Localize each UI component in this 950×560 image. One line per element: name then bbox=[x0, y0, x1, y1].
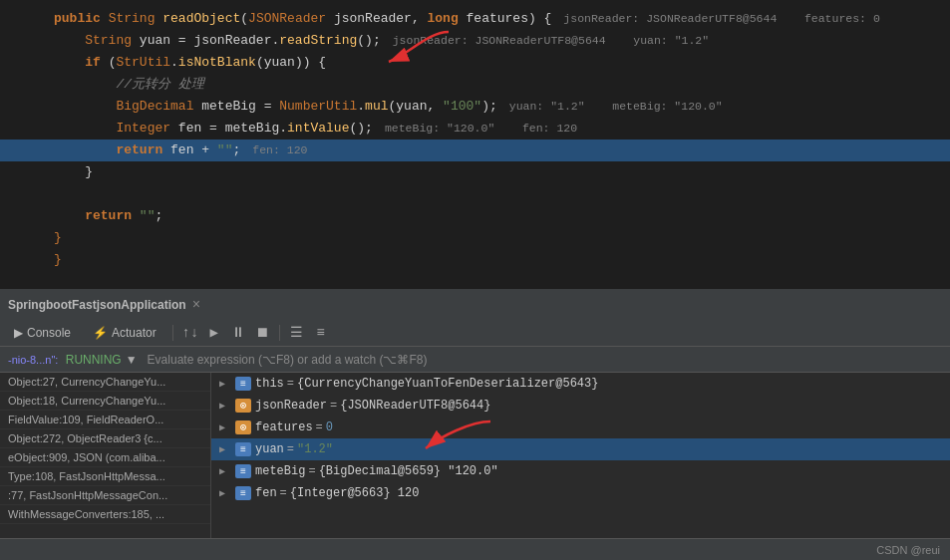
code-line-2: String yuan = jsonReader.readString(); j… bbox=[0, 30, 950, 52]
variables-panel: Object:27, CurrencyChangeYu... Object:18… bbox=[0, 373, 950, 538]
stop-button[interactable]: ⏹ bbox=[251, 322, 273, 344]
panel-toolbar: ▶ Console ⚡ Actuator ↑↓ ▶ ⏸ ⏹ ☰ ≡ bbox=[0, 319, 950, 347]
tab-console[interactable]: ▶ Console bbox=[4, 324, 81, 342]
stack-frames-panel: Object:27, CurrencyChangeYu... Object:18… bbox=[0, 373, 211, 538]
variables-values-panel: ▶ ≡ this = {CurrencyChangeYuanToFenDeser… bbox=[211, 373, 950, 538]
running-status: RUNNING bbox=[62, 353, 121, 367]
status-bar: CSDN @reui bbox=[0, 538, 950, 560]
thread-name: -nio-8...n": bbox=[8, 354, 58, 366]
restart-button[interactable]: ↑↓ bbox=[179, 322, 201, 344]
panel-title-bar: SpringbootFastjsonApplication × bbox=[0, 291, 950, 319]
stack-frame-6[interactable]: :77, FastJsonHttpMessageCon... bbox=[0, 486, 210, 505]
code-editor: public String readObject(JSONReader json… bbox=[0, 0, 950, 289]
watermark-text: CSDN @reui bbox=[876, 544, 940, 556]
eval-expression[interactable]: Evaluate expression (⌥F8) or add a watch… bbox=[148, 353, 942, 367]
code-line-10: return ""; bbox=[0, 205, 950, 227]
code-line-7: return fen + ""; fen: 120 bbox=[0, 140, 950, 161]
var-row-features[interactable]: ▶ ⊙ features = 0 bbox=[211, 417, 950, 438]
view-button[interactable]: ☰ bbox=[286, 322, 308, 344]
debugger-thread-row: -nio-8...n": RUNNING ▼ Evaluate expressi… bbox=[0, 347, 950, 373]
stack-frame-4[interactable]: eObject:909, JSON (com.aliba... bbox=[0, 448, 210, 467]
panel-title: SpringbootFastjsonApplication bbox=[8, 298, 186, 312]
stack-frame-3[interactable]: Object:272, ObjectReader3 {c... bbox=[0, 429, 210, 448]
console-icon: ▶ bbox=[14, 326, 23, 340]
code-line-3: if (StrUtil.isNotBlank(yuan)) { bbox=[0, 52, 950, 74]
var-row-yuan[interactable]: ▶ ≡ yuan = "1.2" bbox=[211, 438, 950, 460]
code-line-8: } bbox=[0, 161, 950, 183]
code-line-5: BigDecimal meteBig = NumberUtil.mul(yuan… bbox=[0, 96, 950, 118]
expand-icon-metebig[interactable]: ▶ bbox=[219, 465, 233, 477]
panel-close-button[interactable]: × bbox=[192, 297, 200, 313]
code-line-12: } bbox=[0, 249, 950, 271]
var-row-fen[interactable]: ▶ ≡ fen = {Integer@5663} 120 bbox=[211, 482, 950, 504]
code-line-9 bbox=[0, 183, 950, 205]
tab-actuator[interactable]: ⚡ Actuator bbox=[83, 324, 166, 342]
expand-icon-features[interactable]: ▶ bbox=[219, 421, 233, 433]
stack-frame-0[interactable]: Object:27, CurrencyChangeYu... bbox=[0, 373, 210, 392]
stack-frame-7[interactable]: WithMessageConverters:185, ... bbox=[0, 505, 210, 524]
var-icon-features: ⊙ bbox=[235, 420, 251, 434]
var-icon-yuan: ≡ bbox=[235, 442, 251, 456]
toolbar-separator bbox=[172, 325, 173, 341]
expand-icon-jsonreader[interactable]: ▶ bbox=[219, 400, 233, 412]
var-row-jsonreader[interactable]: ▶ ⊙ jsonReader = {JSONReaderUTF8@5644} bbox=[211, 395, 950, 417]
filter-icon[interactable]: ▼ bbox=[126, 353, 138, 367]
stack-frame-5[interactable]: Type:108, FastJsonHttpMessa... bbox=[0, 467, 210, 486]
var-icon-this: ≡ bbox=[235, 377, 251, 391]
var-icon-fen: ≡ bbox=[235, 486, 251, 500]
stack-frame-2[interactable]: FieldValue:109, FieldReaderO... bbox=[0, 411, 210, 429]
var-row-metebig[interactable]: ▶ ≡ meteBig = {BigDecimal@5659} "120.0" bbox=[211, 460, 950, 482]
stack-frame-1[interactable]: Object:18, CurrencyChangeYu... bbox=[0, 392, 210, 411]
pause-button[interactable]: ⏸ bbox=[227, 322, 249, 344]
var-icon-jsonreader: ⊙ bbox=[235, 399, 251, 413]
code-line-1: public String readObject(JSONReader json… bbox=[0, 8, 950, 30]
actuator-icon: ⚡ bbox=[93, 326, 108, 340]
var-icon-metebig: ≡ bbox=[235, 464, 251, 478]
layout-button[interactable]: ≡ bbox=[310, 322, 332, 344]
expand-icon-fen[interactable]: ▶ bbox=[219, 487, 233, 499]
code-line-11: } bbox=[0, 227, 950, 249]
expand-icon-yuan[interactable]: ▶ bbox=[219, 443, 233, 455]
code-line-6: Integer fen = meteBig.intValue(); meteBi… bbox=[0, 118, 950, 140]
var-row-this[interactable]: ▶ ≡ this = {CurrencyChangeYuanToFenDeser… bbox=[211, 373, 950, 395]
bottom-panel: SpringbootFastjsonApplication × ▶ Consol… bbox=[0, 289, 950, 560]
code-line-4: //元转分 处理 bbox=[0, 74, 950, 96]
resume-button[interactable]: ▶ bbox=[203, 322, 225, 344]
toolbar-separator-2 bbox=[279, 325, 280, 341]
expand-icon-this[interactable]: ▶ bbox=[219, 378, 233, 390]
